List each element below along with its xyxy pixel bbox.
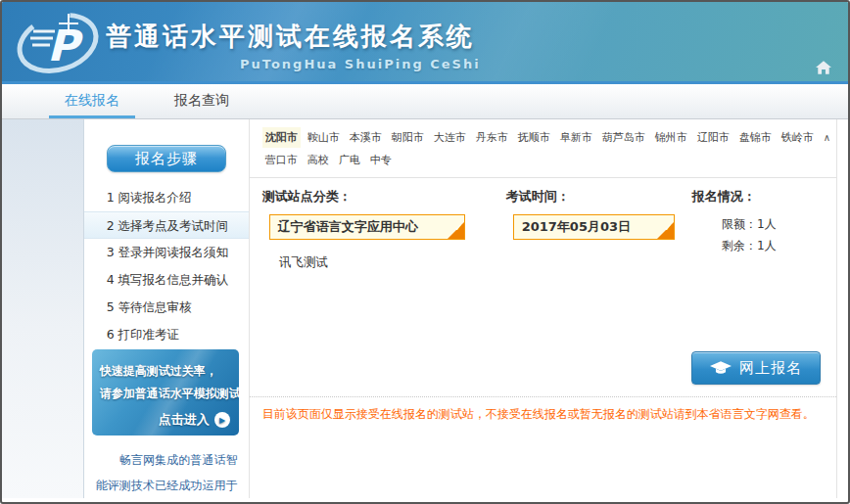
city-tab-benxi[interactable]: 本溪市 [347,127,385,148]
step-item-4: 4 填写报名信息并确认 [84,266,249,294]
station-option-xunfei[interactable]: 讯飞测试 [279,254,506,271]
city-tab-jinzhou[interactable]: 锦州市 [652,127,690,148]
page-title: 普通话水平测试在线报名系统 [106,20,475,54]
page-subtitle: PuTongHua ShuiPing CeShi [240,57,481,71]
city-tab-chaoyang[interactable]: 朝阳市 [389,127,427,148]
city-tab-dalian[interactable]: 大连市 [431,127,469,148]
notice-text: 目前该页面仅显示接受在线报名的测试站，不接受在线报名或暂无报名的测试站请到本省语… [250,397,836,423]
step-item-1: 1 阅读报名介绍 [84,184,249,211]
city-tab-tieling[interactable]: 铁岭市 [779,127,817,148]
main-content: 沈阳市 鞍山市 本溪市 朝阳市 大连市 丹东市 抚顺市 阜新市 葫芦岛市 锦州市… [249,119,837,498]
city-tab-guangdian[interactable]: 广电 [336,150,363,170]
station-selected-text: 辽宁省语言文字应用中心 [278,219,418,234]
header: P 普通话水平测试在线报名系统 PuTongHua ShuiPing CeShi [2,2,848,84]
city-tab-liaoyang[interactable]: 辽阳市 [694,127,732,148]
online-signup-button[interactable]: 网上报名 [691,351,821,385]
city-tab-huludao[interactable]: 葫芦岛市 [599,127,648,148]
tab-online-registration[interactable]: 在线报名 [49,84,135,118]
sidebar-description: 畅言网集成的普通话智能评测技术已经成功运用于上海、安徽等多个省市的普通话水平 [96,447,238,504]
city-tab-fuxin[interactable]: 阜新市 [557,127,595,148]
signup-row: 网上报名 [250,351,836,385]
quota-column: 报名情况： 限额：1人 剩余：1人 [692,188,780,271]
steps-list: 1 阅读报名介绍 2 选择考点及考试时间 3 登录并阅读报名须知 4 填写报名信… [84,184,249,348]
promo-cta-label[interactable]: 点击进入 [159,411,210,429]
left-gutter [2,119,84,498]
site-logo-icon: P [14,8,102,78]
quota-remaining: 剩余：1人 [692,235,777,256]
step-item-2-active: 2 选择考点及考试时间 [84,211,249,239]
mock-test-promo-banner[interactable]: 快速提高测试过关率， 请参加普通话水平模拟测试 点击进入 ▶ [92,349,239,435]
time-label: 考试时间： [506,188,692,207]
station-column: 测试站点分类： 辽宁省语言文字应用中心 ✓ 讯飞测试 [262,188,506,271]
city-tab-zhongzhuan[interactable]: 中专 [367,150,395,170]
tab-registration-query[interactable]: 报名查询 [159,84,245,118]
check-icon: ✓ [454,216,462,240]
city-tab-fushun[interactable]: 抚顺市 [515,127,553,148]
time-selected-text: 2017年05月03日 [522,219,631,234]
city-tab-panjin[interactable]: 盘锦市 [736,127,775,148]
time-selected-option[interactable]: 2017年05月03日 ✓ [513,214,675,240]
selection-area: 测试站点分类： 辽宁省语言文字应用中心 ✓ 讯飞测试 考试时间： 2017年05… [250,178,836,271]
quota-label: 报名情况： [692,188,780,207]
check-icon: ✓ [664,216,672,240]
graduation-cap-icon [710,361,732,376]
city-tab-shenyang[interactable]: 沈阳市 [262,127,301,148]
steps-header: 报名步骤 [107,145,226,172]
city-tab-dandong[interactable]: 丹东市 [473,127,511,148]
main-nav: 在线报名 报名查询 [2,84,848,119]
promo-line-2: 请参加普通话水平模拟测试 [100,383,239,405]
step-item-5: 5 等待信息审核 [84,294,249,321]
play-icon[interactable]: ▶ [214,412,230,428]
step-item-3: 3 登录并阅读报名须知 [84,239,249,266]
home-icon[interactable] [816,61,831,74]
time-column: 考试时间： 2017年05月03日 ✓ [506,188,692,271]
quota-values: 限额：1人 剩余：1人 [692,213,780,256]
step-item-6: 6 打印准考证 [84,321,249,348]
city-tab-gaoxiao[interactable]: 高校 [305,150,332,170]
city-tabs-row-1: 沈阳市 鞍山市 本溪市 朝阳市 大连市 丹东市 抚顺市 阜新市 葫芦岛市 锦州市… [262,126,830,149]
station-label: 测试站点分类： [262,188,506,207]
collapse-chevron-icon[interactable]: ∧ [824,132,830,143]
city-tab-anshan[interactable]: 鞍山市 [305,127,343,148]
app-window: P 普通话水平测试在线报名系统 PuTongHua ShuiPing CeShi… [0,0,850,504]
city-tabs: 沈阳市 鞍山市 本溪市 朝阳市 大连市 丹东市 抚顺市 阜新市 葫芦岛市 锦州市… [250,119,836,171]
promo-line-1: 快速提高测试过关率， [100,360,239,383]
quota-limit: 限额：1人 [692,213,777,235]
page-body: 报名步骤 1 阅读报名介绍 2 选择考点及考试时间 3 登录并阅读报名须知 4 … [2,119,848,498]
signup-button-label: 网上报名 [739,359,802,378]
city-tabs-row-2: 营口市 高校 广电 中专 [262,149,830,171]
sidebar: 报名步骤 1 阅读报名介绍 2 选择考点及考试时间 3 登录并阅读报名须知 4 … [84,119,249,498]
station-selected-option[interactable]: 辽宁省语言文字应用中心 ✓ [269,214,465,240]
city-tab-yingkou[interactable]: 营口市 [262,150,301,170]
